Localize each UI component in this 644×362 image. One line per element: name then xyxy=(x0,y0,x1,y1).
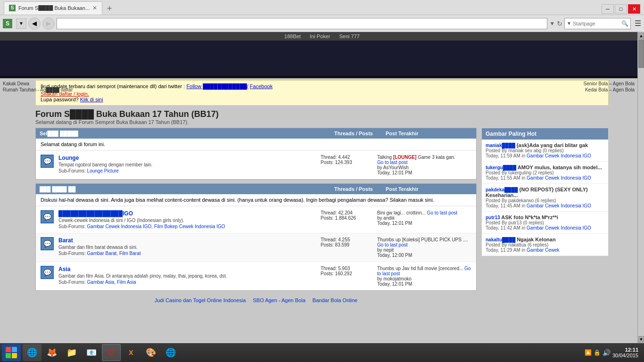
sidebar-item-0-title: {ask}Ada yang dari blitar gak xyxy=(517,142,588,148)
subforums-label-barat: Sub-Forums: xyxy=(58,251,87,256)
sidebar-item-3: putr13 ASK foto N*k*ta M*rz**i Posted By… xyxy=(482,212,608,234)
subforums-label-asia: Sub-Forums: xyxy=(58,280,87,285)
lastpost-title-igo: Bini gw lagi... crottinn... Go to last p… xyxy=(377,210,471,215)
bottom-ad-3[interactable]: Bandar Bola Online xyxy=(313,297,357,303)
right-ad-1[interactable]: Senior Bola – Agen Bola xyxy=(584,81,635,86)
posts-count-igo: Posts: 1.884.626 xyxy=(321,215,372,221)
subforums-link-igo-1[interactable]: Gambar Cewek Indonesia IGO xyxy=(87,224,152,229)
ad-link-poker[interactable]: Ini Poker xyxy=(310,33,330,39)
subforums-link-barat-2[interactable]: Film Barat xyxy=(119,251,141,256)
forum-table-section2: ███ ████ ██ Threads / Posts Post Terakhi… xyxy=(35,183,477,291)
section1-header: Sel███ █████ Threads / Posts Post Terakh… xyxy=(36,128,476,139)
facebook-link[interactable]: Facebook xyxy=(250,83,272,89)
lastpost-title-asia: Thumbs up Jav hd full movie [cencored...… xyxy=(377,266,471,276)
scrollbar-thumb[interactable] xyxy=(638,40,644,68)
subforum-row-asia: 💬 Asia Gambar dan film Asia. Di antarany… xyxy=(36,262,476,290)
sidebar-item-2-cat[interactable]: Gambar Cewek Indonesia IGO xyxy=(527,203,591,208)
goto-last-post-asia[interactable]: Go to last post xyxy=(377,266,471,276)
subforum-subforums-igo: Sub-Forums: Gambar Cewek Indonesia IGO, … xyxy=(58,224,321,229)
section1-welcome: Selamat datang di forum ini. xyxy=(36,139,476,150)
sidebar-item-0-cat[interactable]: Gambar Cewek Indonesia IGO xyxy=(527,153,591,158)
col-lastpost-header: Post Terakhir xyxy=(382,128,476,139)
sidebar-poster-4[interactable]: nakaltu████ xyxy=(486,237,515,242)
subforum-icon-barat: 💬 xyxy=(41,237,55,250)
scrollbar[interactable]: ▲ ▼ xyxy=(637,32,644,343)
refresh-icon[interactable]: ↻ xyxy=(557,20,562,27)
section2-title: ███ ████ ██ xyxy=(36,184,325,194)
threads-count-barat: Thread: 4.255 xyxy=(321,237,372,242)
subforum-name-barat: Barat xyxy=(58,237,321,244)
left-ad-2[interactable]: Rumah Taruhan - Ag████ daftar xyxy=(3,87,73,92)
threads-count-igo: Thread: 42.204 xyxy=(321,210,372,215)
tab-close-icon[interactable]: ✕ xyxy=(92,5,97,11)
subforums-link-barat-1[interactable]: Gambar Barat xyxy=(87,251,117,256)
close-button[interactable]: ✕ xyxy=(628,4,640,14)
sidebar-item-1-cat[interactable]: Gambar Cewek Indonesia IGO xyxy=(527,175,591,181)
subforum-link-lounge[interactable]: Lounge xyxy=(58,155,79,161)
browser-tab-active[interactable]: S Forum S████ Buka Bukaan... ✕ xyxy=(4,1,102,15)
sidebar-poster-2[interactable]: pakdeka████ xyxy=(486,187,518,192)
subforum-desc-barat: Gambar dan film barat dewasa di sini. xyxy=(58,245,321,250)
search-input[interactable] xyxy=(573,21,620,26)
sidebar-item-4-cat[interactable]: Gambar Cewek xyxy=(527,247,559,253)
subforum-link-barat[interactable]: Barat xyxy=(58,237,73,244)
subforum-info-igo: ████████████████IGO Cewek-cewek Indonesi… xyxy=(58,210,321,229)
sidebar-item-0: maniak████ {ask}Ada yang dari blitar gak… xyxy=(482,140,608,162)
bottom-ad-1[interactable]: Judi Casino dan Togel Online Indonesia xyxy=(155,297,246,303)
address-bar[interactable]: ████████████████ xyxy=(57,18,547,29)
goto-last-post-lounge[interactable]: Go to last post xyxy=(377,160,407,165)
right-ad-2[interactable]: Kedai Bola – Agen Bola xyxy=(584,87,635,92)
search-icon[interactable]: 🔍 xyxy=(621,20,628,27)
sidebar-item-3-title: ASK foto N*k*ta M*rz**i xyxy=(501,214,558,220)
new-tab-button[interactable]: + xyxy=(103,4,116,14)
sidebar-item-3-cat[interactable]: Gambar Cewek Indonesia IGO xyxy=(527,225,591,230)
subforum-link-igo[interactable]: ████████████████IGO xyxy=(58,210,133,217)
sidebar-poster-3[interactable]: putr13 xyxy=(486,215,500,220)
subforum-link-asia[interactable]: Asia xyxy=(58,266,70,272)
sidebar-item-2: pakdeka████ {NO REPOST} (SEXY ONLY) Kese… xyxy=(482,184,608,212)
left-ads: Kakak Dewa Rumah Taruhan - Ag████ daftar xyxy=(1,80,74,93)
search-engine-icon[interactable]: ▼ xyxy=(567,21,571,26)
subforums-link-igo-2[interactable]: Film Bokep Cewek Indonesia IGO xyxy=(154,224,225,229)
goto-last-post-barat[interactable]: Go to last post xyxy=(377,242,407,247)
goto-last-post-igo[interactable]: Go to last post xyxy=(427,210,457,215)
forgot-link[interactable]: Klik di sini xyxy=(80,97,103,102)
sidebar-item-0-in: in xyxy=(522,153,527,158)
sidebar-poster-0[interactable]: maniak████ xyxy=(486,143,515,148)
subforums-link-lounge[interactable]: Lounge Picture xyxy=(87,168,119,173)
minimize-button[interactable]: ─ xyxy=(602,4,614,14)
forward-button[interactable]: ▶ xyxy=(42,17,55,30)
ad-link-188bet[interactable]: 188Bet xyxy=(284,33,301,39)
sidebar-item-3-header: putr13 ASK foto N*k*ta M*rz**i xyxy=(486,214,604,220)
lastpost-go-lounge: Go to last post xyxy=(377,160,471,165)
col-threads-header: Threads / Posts xyxy=(325,128,382,139)
notice-bar: Ikuti update terbaru dari semprot (maint… xyxy=(35,80,609,106)
tab-title: Forum S████ Buka Bukaan... xyxy=(18,5,90,11)
nav-dropdown[interactable]: ▼ xyxy=(16,18,26,29)
sidebar-item-1: tukergu████ AMOY mulus, katanya sih mode… xyxy=(482,162,608,184)
subforum-info-lounge: Lounge Tempat ngobrol bareng dengan memb… xyxy=(58,155,321,173)
lastpost-date-barat: Today, 12:00 PM xyxy=(377,253,471,258)
scrollbar-down-arrow[interactable]: ▼ xyxy=(638,336,644,343)
sidebar-item-0-meta: Posted By maniak sex abg (0 replies) xyxy=(486,148,604,153)
subforum-name-lounge: Lounge xyxy=(58,155,321,161)
subforum-info-barat: Barat Gambar dan film barat dewasa di si… xyxy=(58,237,321,256)
maximize-button[interactable]: □ xyxy=(615,4,627,14)
subforums-link-asia-1[interactable]: Gambar Asia xyxy=(87,280,115,285)
back-button[interactable]: ◀ xyxy=(28,17,41,30)
sidebar-item-1-meta: Posted By tukerguling (2 replies) xyxy=(486,170,604,175)
header-black-bar xyxy=(0,76,644,78)
sidebar-poster-1[interactable]: tukergu████ xyxy=(486,165,516,170)
bottom-ad-2[interactable]: SBO Agen - Agen Bola xyxy=(253,297,305,303)
subforum-desc-igo: Cewek-cewek Indonesia di sini / IGO (Ind… xyxy=(58,218,321,223)
ad-link-seni[interactable]: Seni 777 xyxy=(339,33,359,39)
subforums-link-asia-2[interactable]: Film Asia xyxy=(117,280,136,285)
address-dropdown-icon[interactable]: ▼ xyxy=(549,20,555,27)
section2-header: ███ ████ ██ Threads / Posts Post Terakhi… xyxy=(36,184,476,194)
browser-titlebar: S Forum S████ Buka Bukaan... ✕ + ─ □ ✕ xyxy=(0,0,644,15)
hamburger-menu-icon[interactable]: ☰ xyxy=(635,19,641,28)
follow-link[interactable]: Follow ████████████/ xyxy=(186,83,248,89)
forum-table-section1: Sel███ █████ Threads / Posts Post Terakh… xyxy=(35,128,477,180)
scrollbar-up-arrow[interactable]: ▲ xyxy=(638,33,644,39)
left-ad-1[interactable]: Kakak Dewa xyxy=(3,81,73,86)
